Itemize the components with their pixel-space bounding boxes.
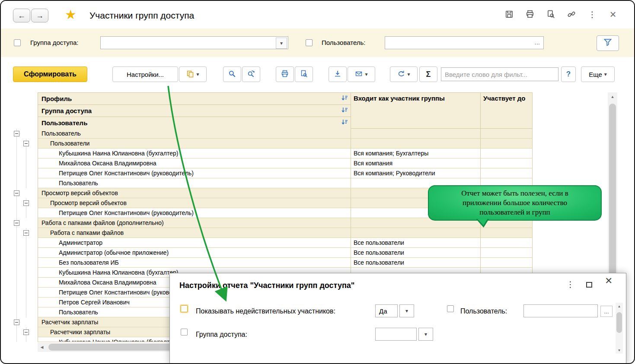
scroll-left-button[interactable] (38, 342, 46, 352)
dialog-access-group-field[interactable] (375, 328, 417, 341)
report-toolbar: Сформировать Настройки... (13, 66, 615, 83)
table-row[interactable]: Пользователи (13, 139, 533, 149)
cell-member-of: Все пользователи (351, 248, 481, 258)
cell-profile: Петрищев Олег Константинович (руководите… (38, 208, 351, 218)
tree-gutter (13, 228, 38, 238)
totals-button[interactable]: Σ (419, 66, 437, 82)
cell-profile: Пользователь (38, 178, 351, 188)
collapse-toggle-icon[interactable] (14, 190, 19, 196)
user-checkbox[interactable] (306, 39, 313, 46)
print-icon[interactable] (525, 9, 535, 19)
access-group-input[interactable] (100, 36, 288, 49)
collapse-toggle-icon[interactable] (23, 141, 29, 146)
table-row[interactable]: Михайлова Оксана Владимировна Вся компан… (13, 158, 533, 168)
column-header-profile[interactable]: Профиль (38, 93, 351, 105)
close-button[interactable] (608, 9, 618, 19)
dialog-scroll-up-button[interactable] (616, 303, 623, 310)
tree-gutter (13, 198, 38, 208)
table-row[interactable]: Кубышкина Наина Юлиановна (бухгалтер) Вс… (13, 149, 533, 158)
collapse-toggle-icon[interactable] (23, 200, 29, 206)
column-header-label: Пользователь (41, 119, 87, 127)
column-header-user[interactable]: Пользователь (38, 117, 351, 129)
dialog-user-input[interactable] (523, 304, 598, 317)
tree-gutter (13, 288, 38, 298)
cell-profile: Работа с папками файлов (дополнительно) (38, 218, 351, 228)
filter-button[interactable] (597, 35, 619, 51)
preview-icon[interactable] (546, 9, 555, 19)
column-header-member-of[interactable]: Входит как участник группы (351, 92, 481, 129)
send-email-button[interactable] (348, 66, 375, 82)
chevron-down-icon (196, 71, 199, 77)
user-input[interactable]: ... (385, 36, 544, 49)
table-row[interactable]: Администратор Все пользователи (13, 238, 533, 248)
dialog-user-checkbox[interactable] (447, 305, 454, 312)
table-row[interactable]: Администратор (обычное приложение) Все п… (13, 248, 533, 258)
tree-gutter (13, 307, 38, 317)
collapse-toggle-icon[interactable] (14, 320, 19, 325)
access-group-dropdown-button[interactable] (276, 38, 287, 49)
favorite-star-icon[interactable] (65, 7, 77, 22)
sort-icon[interactable] (341, 95, 348, 102)
change-variant-button[interactable] (390, 66, 418, 82)
table-row[interactable]: Пользователь (13, 129, 533, 139)
menu-dots-icon[interactable] (587, 9, 597, 19)
cell-profile: Администратор (38, 238, 351, 248)
find-button[interactable] (223, 66, 241, 82)
callout-text-line: пользователей и групп (479, 208, 550, 217)
generate-button[interactable]: Сформировать (13, 66, 87, 82)
dialog-close-button[interactable] (605, 277, 612, 285)
access-group-input-field[interactable] (101, 37, 288, 49)
back-button[interactable] (13, 9, 30, 22)
forward-button[interactable] (31, 9, 48, 22)
collapse-toggle-icon[interactable] (23, 230, 29, 236)
show-inactive-value-field[interactable]: Да (375, 304, 398, 317)
show-inactive-dropdown-button[interactable] (399, 304, 414, 317)
help-button[interactable]: ? (561, 66, 576, 82)
more-button[interactable]: Еще (581, 66, 615, 82)
sort-icon[interactable] (341, 107, 348, 114)
save-file-button[interactable] (329, 66, 347, 82)
cell-until (481, 158, 533, 168)
collapse-toggle-icon[interactable] (14, 131, 19, 136)
dialog-maximize-button[interactable] (586, 282, 592, 288)
table-row[interactable]: Работа с папками файлов (13, 228, 533, 238)
clipboard-icon (186, 70, 194, 79)
dialog-access-group-checkbox[interactable] (181, 329, 188, 336)
scroll-up-button[interactable] (608, 92, 617, 101)
dialog-user-more-button[interactable]: ... (600, 306, 613, 317)
save-icon[interactable] (504, 9, 514, 19)
print-preview-icon (300, 70, 308, 79)
cell-profile: Без пользователя ИБ (38, 258, 351, 268)
user-input-field[interactable] (385, 37, 543, 49)
access-group-checkbox[interactable] (14, 39, 21, 46)
print-button[interactable] (276, 66, 294, 82)
dialog-scrollbar-thumb[interactable] (616, 312, 622, 333)
search-icon (228, 70, 236, 79)
print-preview-button[interactable] (295, 66, 313, 82)
dialog-scrollbar[interactable] (616, 303, 623, 354)
user-more-button[interactable]: ... (534, 38, 540, 46)
dialog-menu-dots-icon[interactable] (566, 279, 574, 289)
settings-button[interactable]: Настройки... (112, 66, 178, 82)
filter-search-input[interactable] (441, 67, 558, 81)
table-header: Профиль Группа доступа Пользователь Вход… (13, 92, 533, 129)
cell-profile: Работа с папками файлов (38, 228, 351, 238)
column-header-access-group[interactable]: Группа доступа (38, 105, 351, 117)
table-row[interactable]: Петрищев Олег Константинович (руководите… (13, 168, 533, 178)
sort-icon[interactable] (341, 119, 348, 127)
column-header-until[interactable]: Участвует до (481, 92, 533, 129)
show-inactive-checkbox[interactable] (181, 305, 188, 312)
collapse-toggle-icon[interactable] (23, 329, 29, 335)
dialog-scroll-down-button[interactable] (616, 347, 623, 354)
link-icon[interactable] (567, 9, 576, 19)
dialog-access-group-dropdown-button[interactable] (418, 328, 433, 341)
cell-until (481, 168, 533, 178)
find-next-button[interactable] (242, 66, 260, 82)
vertical-scrollbar-thumb[interactable] (609, 104, 616, 276)
cell-profile: Администратор (обычное приложение) (38, 248, 351, 258)
dialog-access-group-label: Группа доступа: (196, 331, 247, 339)
copy-settings-button[interactable] (179, 66, 207, 82)
tree-gutter (13, 158, 38, 168)
table-row[interactable]: Без пользователя ИБ Все пользователи (13, 258, 533, 268)
collapse-toggle-icon[interactable] (14, 220, 19, 226)
